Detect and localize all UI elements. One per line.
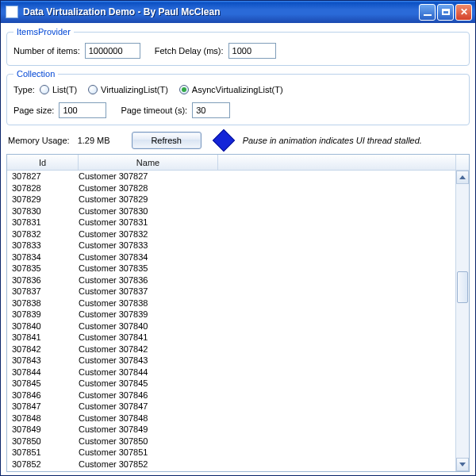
table-row[interactable]: 307829Customer 307829 <box>7 194 455 205</box>
cell-id: 307829 <box>7 194 79 204</box>
vertical-scrollbar[interactable] <box>455 171 469 471</box>
num-items-input[interactable] <box>85 43 140 59</box>
table-row[interactable]: 307838Customer 307838 <box>7 298 455 309</box>
table-row[interactable]: 307827Customer 307827 <box>7 171 455 182</box>
cell-id: 307841 <box>7 332 79 342</box>
radio-virtualizing-list[interactable]: VirtualizingList(T) <box>88 85 168 94</box>
table-row[interactable]: 307852Customer 307852 <box>7 459 455 470</box>
cell-id: 307853 <box>7 470 79 471</box>
cell-name: Customer 307846 <box>79 390 218 400</box>
header-scroll-corner <box>455 155 469 170</box>
cell-name: Customer 307848 <box>79 413 218 423</box>
scroll-down-button[interactable] <box>456 458 469 471</box>
cell-id: 307837 <box>7 286 79 296</box>
refresh-button[interactable]: Refresh <box>132 132 202 149</box>
memory-usage-label: Memory Usage: <box>8 136 70 145</box>
table-row[interactable]: 307839Customer 307839 <box>7 309 455 321</box>
table-row[interactable]: 307832Customer 307832 <box>7 228 455 240</box>
cell-id: 307851 <box>7 447 79 457</box>
cell-name: Customer 307849 <box>79 424 218 434</box>
cell-name: Customer 307841 <box>79 332 218 342</box>
table-row[interactable]: 307848Customer 307848 <box>7 413 455 424</box>
app-window: Data Virtualization Demo - By Paul McCle… <box>0 0 476 476</box>
table-row[interactable]: 307847Customer 307847 <box>7 401 455 413</box>
cell-id: 307846 <box>7 390 79 400</box>
cell-name: Customer 307843 <box>79 355 218 365</box>
table-row[interactable]: 307842Customer 307842 <box>7 344 455 355</box>
cell-id: 307838 <box>7 298 79 308</box>
minimize-button[interactable] <box>419 4 436 21</box>
radio-async-virtualizing-list[interactable]: AsyncVirtualizingList(T) <box>179 85 283 94</box>
window-controls: ✕ <box>419 4 472 21</box>
cell-name: Customer 307833 <box>79 240 218 250</box>
cell-name: Customer 307836 <box>79 275 218 285</box>
table-row[interactable]: 307833Customer 307833 <box>7 240 455 251</box>
cell-id: 307835 <box>7 263 79 273</box>
cell-id: 307833 <box>7 240 79 250</box>
cell-name: Customer 307828 <box>79 183 218 193</box>
cell-id: 307843 <box>7 355 79 365</box>
cell-id: 307831 <box>7 217 79 227</box>
cell-id: 307836 <box>7 275 79 285</box>
radio-icon <box>88 85 98 94</box>
table-row[interactable]: 307845Customer 307845 <box>7 378 455 390</box>
cell-name: Customer 307851 <box>79 447 218 457</box>
cell-id: 307834 <box>7 252 79 262</box>
table-row[interactable]: 307828Customer 307828 <box>7 182 455 194</box>
chevron-down-icon <box>459 463 466 466</box>
close-button[interactable]: ✕ <box>455 4 472 21</box>
fetch-delay-input[interactable] <box>228 43 276 59</box>
grid-header: Id Name <box>7 155 469 171</box>
table-row[interactable]: 307840Customer 307840 <box>7 321 455 332</box>
scroll-track[interactable] <box>456 184 469 458</box>
table-row[interactable]: 307844Customer 307844 <box>7 367 455 378</box>
table-row[interactable]: 307851Customer 307851 <box>7 447 455 459</box>
table-row[interactable]: 307830Customer 307830 <box>7 205 455 217</box>
table-row[interactable]: 307846Customer 307846 <box>7 390 455 401</box>
table-row[interactable]: 307834Customer 307834 <box>7 251 455 263</box>
maximize-button[interactable] <box>437 4 454 21</box>
scroll-up-button[interactable] <box>456 171 469 184</box>
cell-name: Customer 307853 <box>79 470 218 471</box>
cell-name: Customer 307829 <box>79 194 218 204</box>
cell-name: Customer 307830 <box>79 206 218 216</box>
scroll-thumb[interactable] <box>457 271 468 303</box>
grid-rows[interactable]: 307827Customer 307827307828Customer 3078… <box>7 171 455 471</box>
page-size-input[interactable] <box>59 102 106 118</box>
type-label: Type: <box>13 85 35 94</box>
cell-name: Customer 307834 <box>79 252 218 262</box>
table-row[interactable]: 307841Customer 307841 <box>7 332 455 344</box>
table-row[interactable]: 307835Customer 307835 <box>7 263 455 274</box>
cell-name: Customer 307831 <box>79 217 218 227</box>
window-title: Data Virtualization Demo - By Paul McCle… <box>23 6 419 17</box>
cell-id: 307850 <box>7 436 79 446</box>
cell-name: Customer 307839 <box>79 309 218 319</box>
data-grid: Id Name 307827Customer 307827307828Custo… <box>6 154 470 472</box>
page-timeout-input[interactable] <box>192 102 230 118</box>
toolbar: Memory Usage: 1.29 MB Refresh Pause in a… <box>6 129 470 154</box>
cell-name: Customer 307840 <box>79 321 218 331</box>
column-header-id[interactable]: Id <box>7 155 79 170</box>
table-row[interactable]: 307836Customer 307836 <box>7 274 455 286</box>
cell-id: 307828 <box>7 183 79 193</box>
radio-list[interactable]: List(T) <box>40 85 77 94</box>
column-header-name[interactable]: Name <box>79 155 218 170</box>
cell-id: 307845 <box>7 378 79 388</box>
items-provider-legend: ItemsProvider <box>13 27 74 36</box>
chevron-up-icon <box>459 175 466 179</box>
fetch-delay-label: Fetch Delay (ms): <box>155 46 224 56</box>
app-icon <box>6 6 18 18</box>
table-row[interactable]: 307853Customer 307853 <box>7 470 455 471</box>
table-row[interactable]: 307831Customer 307831 <box>7 217 455 228</box>
table-row[interactable]: 307843Customer 307843 <box>7 355 455 367</box>
grid-body: 307827Customer 307827307828Customer 3078… <box>7 171 469 471</box>
animation-hint: Pause in animation indicates UI thread s… <box>243 136 422 145</box>
cell-name: Customer 307845 <box>79 378 218 388</box>
table-row[interactable]: 307849Customer 307849 <box>7 424 455 436</box>
animation-diamond-icon <box>212 129 234 152</box>
page-size-label: Page size: <box>13 106 54 115</box>
table-row[interactable]: 307850Customer 307850 <box>7 436 455 447</box>
client-area: ItemsProvider Number of items: Fetch Del… <box>1 23 475 475</box>
table-row[interactable]: 307837Customer 307837 <box>7 286 455 298</box>
title-bar[interactable]: Data Virtualization Demo - By Paul McCle… <box>1 1 475 23</box>
